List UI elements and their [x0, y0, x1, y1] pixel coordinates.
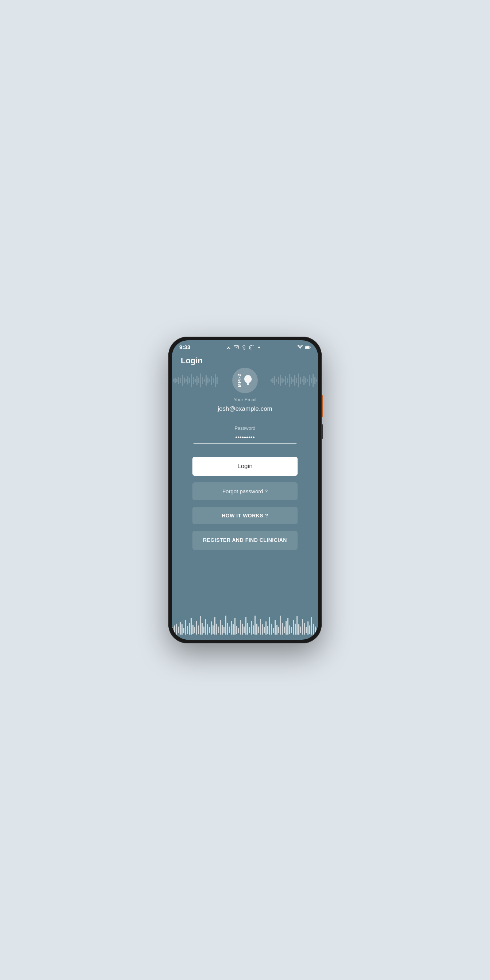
battery-icon	[305, 344, 311, 350]
svg-rect-123	[293, 620, 294, 635]
svg-rect-119	[286, 621, 286, 635]
svg-rect-118	[284, 627, 285, 633]
svg-rect-62	[181, 624, 183, 635]
svg-rect-4	[310, 347, 311, 348]
svg-rect-109	[267, 626, 268, 634]
svg-rect-65	[187, 626, 188, 634]
svg-rect-13	[186, 379, 186, 382]
app-logo: MPI-2	[232, 368, 258, 393]
svg-rect-104	[258, 627, 259, 633]
svg-rect-52	[309, 375, 310, 386]
svg-rect-44	[294, 375, 295, 386]
svg-rect-84	[222, 625, 223, 635]
waveform-top: MPI-2	[172, 368, 318, 393]
svg-rect-53	[311, 378, 312, 383]
svg-rect-121	[289, 625, 290, 634]
password-field-group: Password	[181, 425, 309, 444]
phone-screen: 9:33	[172, 340, 318, 640]
svg-rect-21	[200, 374, 201, 387]
svg-rect-56	[316, 379, 317, 382]
svg-rect-114	[277, 625, 277, 635]
logo-face-icon	[243, 374, 253, 387]
svg-rect-98	[247, 623, 248, 635]
svg-rect-27	[211, 376, 212, 385]
svg-rect-112	[273, 628, 274, 633]
svg-rect-117	[282, 623, 283, 635]
dot-icon: ●	[256, 344, 262, 350]
svg-rect-32	[272, 378, 274, 383]
svg-rect-130	[305, 627, 307, 633]
svg-rect-91	[234, 618, 235, 635]
svg-rect-34	[276, 379, 277, 382]
svg-rect-71	[198, 625, 199, 634]
register-button[interactable]: REGISTER AND FIND CLINICIAN	[192, 531, 298, 550]
svg-rect-68	[192, 625, 194, 634]
svg-rect-102	[255, 616, 256, 635]
svg-rect-25	[207, 377, 208, 383]
forgot-password-button[interactable]: Forgot password ?	[192, 482, 298, 500]
svg-rect-75	[205, 619, 206, 635]
svg-rect-47	[300, 377, 301, 384]
svg-rect-88	[229, 627, 230, 633]
screen-content: MPI-2 Your Email	[172, 368, 318, 640]
svg-rect-113	[275, 620, 276, 635]
waveform-bottom-svg	[172, 612, 318, 635]
svg-rect-82	[218, 627, 219, 633]
svg-rect-43	[293, 379, 294, 382]
svg-rect-107	[264, 627, 265, 633]
svg-rect-92	[236, 626, 237, 634]
svg-rect-127	[300, 627, 301, 633]
svg-rect-126	[298, 624, 299, 635]
password-input[interactable]	[194, 432, 296, 444]
svg-rect-95	[242, 624, 243, 635]
waveform-bottom-bars	[172, 616, 318, 635]
svg-rect-5	[305, 346, 309, 348]
how-it-works-button[interactable]: HOW IT WORKS ?	[192, 507, 298, 524]
email-input[interactable]	[194, 404, 296, 415]
svg-rect-136	[317, 628, 318, 633]
wifi-icon	[297, 344, 303, 350]
svg-rect-100	[251, 621, 252, 635]
svg-rect-120	[287, 618, 288, 635]
svg-rect-83	[220, 620, 221, 635]
svg-rect-111	[271, 624, 272, 635]
email-label: Your Email	[181, 397, 309, 402]
logo-text: MPI-2	[237, 374, 242, 387]
svg-rect-45	[296, 378, 297, 383]
password-label: Password	[181, 425, 309, 431]
svg-rect-129	[304, 623, 305, 635]
svg-rect-70	[196, 621, 197, 635]
svg-rect-72	[200, 616, 201, 635]
svg-rect-60	[178, 627, 179, 633]
svg-rect-86	[225, 616, 226, 635]
svg-rect-106	[262, 624, 263, 635]
svg-rect-33	[274, 376, 275, 385]
svg-rect-105	[260, 619, 261, 635]
svg-rect-42	[291, 377, 292, 384]
svg-rect-57	[172, 627, 173, 633]
svg-rect-54	[313, 374, 313, 387]
svg-rect-99	[249, 627, 250, 633]
svg-rect-61	[180, 622, 181, 635]
svg-rect-103	[256, 624, 258, 635]
svg-rect-76	[207, 624, 208, 635]
svg-rect-116	[280, 616, 281, 635]
login-button[interactable]: Login	[192, 457, 298, 476]
svg-rect-31	[270, 379, 272, 382]
svg-point-2	[250, 348, 251, 349]
svg-rect-36	[280, 375, 281, 386]
svg-rect-69	[194, 627, 195, 633]
svg-rect-135	[315, 627, 316, 633]
svg-rect-7	[175, 378, 176, 383]
svg-rect-96	[243, 627, 245, 633]
svg-rect-94	[240, 620, 241, 635]
svg-rect-77	[209, 627, 210, 633]
svg-rect-19	[196, 376, 197, 385]
svg-rect-30	[216, 377, 218, 384]
svg-rect-79	[213, 625, 213, 634]
svg-rect-28	[213, 378, 214, 383]
svg-rect-133	[311, 617, 312, 635]
status-icons-left: ●	[226, 344, 262, 350]
svg-rect-41	[289, 374, 290, 387]
svg-rect-101	[253, 625, 254, 634]
